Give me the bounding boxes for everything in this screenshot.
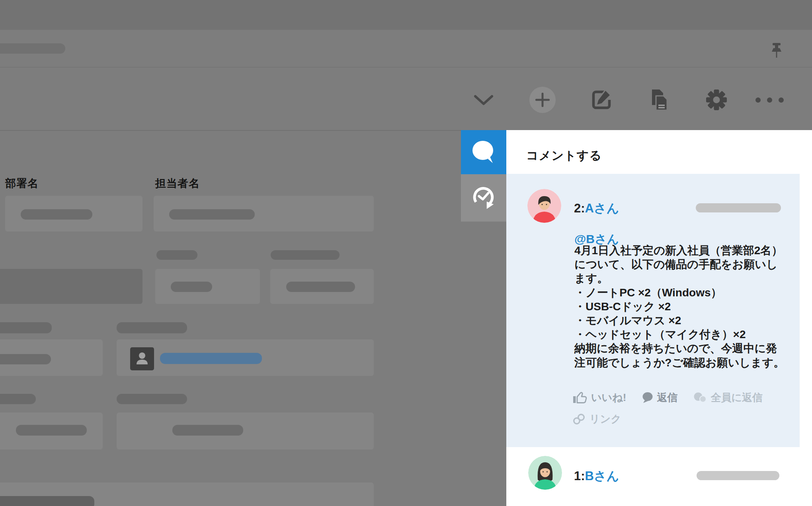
divider xyxy=(0,130,461,131)
value-placeholder xyxy=(16,425,87,436)
label-placeholder xyxy=(0,394,36,404)
comment-panel-title[interactable]: コメントする xyxy=(526,148,602,164)
field-box-placeholder xyxy=(0,339,103,376)
comment-header: 2:Aさん xyxy=(574,200,619,217)
more-options-icon[interactable] xyxy=(755,97,784,103)
comment-avatar-a xyxy=(527,189,561,223)
timestamp-placeholder xyxy=(697,471,779,480)
comment-body: 4月1日入社予定の新入社員（営業部2名） について、以下の備品の手配をお願いし … xyxy=(574,243,805,370)
settings-gear-icon[interactable] xyxy=(705,89,728,111)
comment-number: 1: xyxy=(574,469,585,483)
comment-avatar-b xyxy=(528,456,562,490)
divider xyxy=(0,67,812,68)
like-label: いいね! xyxy=(591,391,627,405)
pin-icon[interactable] xyxy=(770,42,783,61)
dot xyxy=(755,97,761,103)
tab-comments[interactable] xyxy=(461,130,506,174)
value-placeholder xyxy=(21,209,92,220)
dot xyxy=(767,97,772,103)
field-box-placeholder xyxy=(5,196,142,232)
duplicate-record-icon[interactable] xyxy=(649,88,669,111)
field-box-placeholder xyxy=(155,269,260,304)
permalink-action[interactable]: リンク xyxy=(572,412,621,426)
value-placeholder xyxy=(286,282,355,292)
comment-header: 1:Bさん xyxy=(574,468,619,485)
comment-author-link[interactable]: Bさん xyxy=(585,469,619,483)
label-placeholder xyxy=(117,394,187,404)
comment-author-link[interactable]: Aさん xyxy=(585,201,619,215)
label-placeholder xyxy=(117,322,187,333)
label-placeholder xyxy=(156,250,197,260)
top-bar xyxy=(0,0,812,30)
like-action[interactable]: いいね! xyxy=(572,391,627,405)
link-icon xyxy=(572,413,586,425)
timestamp-placeholder xyxy=(696,203,781,212)
label-placeholder xyxy=(0,322,52,333)
reply-all-label: 全員に返信 xyxy=(711,391,763,405)
user-avatar-icon xyxy=(130,347,154,370)
value-placeholder xyxy=(169,209,255,220)
field-box-placeholder xyxy=(117,413,374,450)
app-screen: 部署名 担当者名 xyxy=(0,0,812,506)
field-box-placeholder xyxy=(0,483,374,506)
reply-all-bubbles-icon xyxy=(693,392,707,403)
reply-all-action[interactable]: 全員に返信 xyxy=(693,391,763,405)
edit-record-icon[interactable] xyxy=(591,88,614,111)
value-placeholder xyxy=(171,282,212,292)
speech-bubble-icon xyxy=(470,139,498,165)
history-icon xyxy=(470,185,497,211)
value-placeholder xyxy=(172,425,243,436)
permalink-label: リンク xyxy=(589,412,621,426)
field-box-placeholder xyxy=(0,269,142,304)
thumbs-up-icon xyxy=(572,391,588,404)
comment-number: 2: xyxy=(574,201,585,215)
user-link-placeholder xyxy=(160,353,262,364)
value-placeholder xyxy=(0,354,51,364)
add-record-button[interactable] xyxy=(529,87,556,113)
dot xyxy=(779,97,784,103)
field-box-placeholder xyxy=(154,196,374,232)
reply-label: 返信 xyxy=(657,391,678,405)
field-label-person: 担当者名 xyxy=(155,176,200,191)
breadcrumb-placeholder xyxy=(0,43,65,54)
label-placeholder xyxy=(271,250,340,260)
reply-bubble-icon xyxy=(642,392,654,403)
field-label-department: 部署名 xyxy=(5,176,39,191)
tab-history[interactable] xyxy=(461,174,506,222)
collapse-chevron-icon[interactable] xyxy=(473,94,494,106)
field-box-placeholder xyxy=(270,269,374,304)
value-placeholder xyxy=(0,496,94,506)
reply-action[interactable]: 返信 xyxy=(642,391,678,405)
field-box-placeholder xyxy=(0,413,103,450)
